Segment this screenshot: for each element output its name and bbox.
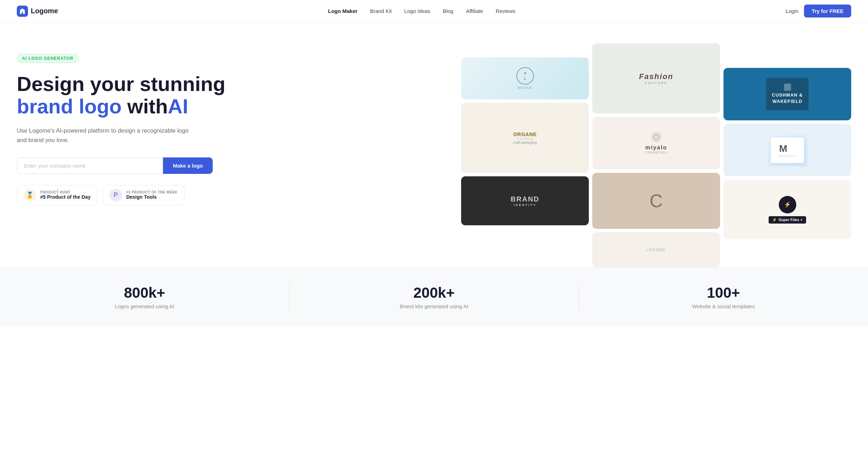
gallery-item-dark: BRAND IDENTITY bbox=[461, 176, 589, 225]
hero-form: Make a logo bbox=[17, 157, 213, 174]
gallery-item-organe: ORGANE FACELS craft packaging bbox=[461, 103, 589, 173]
logo-text: Logome bbox=[31, 7, 58, 15]
stat-logos: 800k+ Logos generated using AI bbox=[0, 284, 289, 309]
badge2-top: #3 PRODUCT OF THE WEEK bbox=[126, 190, 178, 194]
nav-link-logo-ideas[interactable]: Logo Ideas bbox=[404, 8, 430, 14]
try-for-free-button[interactable]: Try for FREE bbox=[804, 5, 851, 17]
stat-templates-number: 100+ bbox=[579, 284, 868, 301]
product-week-icon: P bbox=[110, 189, 122, 202]
stat-brandkits: 200k+ Brand kits generated using AI bbox=[289, 284, 579, 309]
nav-link-blog[interactable]: Blog bbox=[443, 8, 453, 14]
nav-link-brand-kit[interactable]: Brand Kit bbox=[370, 8, 392, 14]
stat-templates: 100+ Website & social templates bbox=[579, 284, 868, 309]
hero-title-line1: Design your stunning bbox=[17, 72, 225, 95]
nav-link-reviews[interactable]: Reviews bbox=[496, 8, 516, 14]
gallery-item-superfiles2: ⚡ ⚡ Super Files + bbox=[724, 180, 851, 239]
badge1-main: #5 Product of the Day bbox=[40, 194, 91, 200]
hero-description: Use Logome's AI-powered platform to desi… bbox=[17, 126, 199, 145]
nav-links: Logo Maker Brand Kit Logo Ideas Blog Aff… bbox=[328, 8, 516, 14]
gallery-item-fashion: Fashion COUTURE bbox=[592, 43, 720, 113]
stats-section: 800k+ Logos generated using AI 200k+ Bra… bbox=[0, 267, 868, 326]
product-hunt-icon: 🏅 bbox=[23, 189, 36, 202]
product-hunt-text: PRODUCT HUNT #5 Product of the Day bbox=[40, 190, 91, 200]
hero-gallery: ✕L BRAND ORGANE FACELS craft packaging B… bbox=[451, 43, 851, 267]
hero-left: AI LOGO GENERATOR Design your stunning b… bbox=[17, 43, 451, 205]
hero-badges: 🏅 PRODUCT HUNT #5 Product of the Day P #… bbox=[17, 185, 451, 205]
stat-templates-desc: Website & social templates bbox=[579, 303, 868, 309]
stat-brandkits-number: 200k+ bbox=[289, 284, 578, 301]
gallery-item-miyalo: miyalo COSMETICS bbox=[592, 117, 720, 169]
ai-badge: AI LOGO GENERATOR bbox=[17, 54, 79, 63]
logome-icon-svg bbox=[19, 8, 26, 15]
company-name-input[interactable] bbox=[17, 157, 163, 174]
stat-brandkits-desc: Brand kits generated using AI bbox=[289, 303, 578, 309]
nav-actions: Login Try for FREE bbox=[785, 5, 851, 17]
gallery-item-cap: C bbox=[592, 173, 720, 229]
hero-section: AI LOGO GENERATOR Design your stunning b… bbox=[0, 22, 868, 267]
nav-link-affiliate[interactable]: Affiliate bbox=[466, 8, 483, 14]
make-logo-button[interactable]: Make a logo bbox=[163, 157, 213, 174]
logo-icon bbox=[17, 6, 28, 17]
gallery-col-2: Fashion COUTURE miyalo COSMETICS C bbox=[592, 43, 720, 267]
hero-title: Design your stunning brand logo withAI bbox=[17, 73, 451, 118]
stat-logos-desc: Logos generated using AI bbox=[0, 303, 289, 309]
gallery-item-bottom2: LOGOME bbox=[592, 232, 720, 267]
badge1-top: PRODUCT HUNT bbox=[40, 190, 91, 194]
badge2-main: Design Tools bbox=[126, 194, 178, 200]
design-tools-text: #3 PRODUCT OF THE WEEK Design Tools bbox=[126, 190, 178, 200]
hero-title-ai: AI bbox=[168, 95, 188, 118]
gallery-col-1: ✕L BRAND ORGANE FACELS craft packaging B… bbox=[461, 57, 589, 267]
navbar: Logome Logo Maker Brand Kit Logo Ideas B… bbox=[0, 0, 868, 22]
cup-logo: ✕L BRAND bbox=[516, 67, 534, 90]
nav-link-logo-maker[interactable]: Logo Maker bbox=[328, 8, 358, 14]
stat-logos-number: 800k+ bbox=[0, 284, 289, 301]
design-tools-badge: P #3 PRODUCT OF THE WEEK Design Tools bbox=[103, 185, 184, 205]
logo[interactable]: Logome bbox=[17, 6, 58, 17]
hero-title-blue: brand logo bbox=[17, 95, 122, 118]
gallery-item-cup: ✕L BRAND bbox=[461, 57, 589, 99]
login-link[interactable]: Login bbox=[785, 8, 798, 14]
gallery-item-cushman: CUSHMAN &WAKEFIELD bbox=[724, 68, 851, 120]
product-hunt-badge: 🏅 PRODUCT HUNT #5 Product of the Day bbox=[17, 185, 97, 205]
gallery-col-3: CUSHMAN &WAKEFIELD M MOCKUP ⚡ ⚡ bbox=[724, 68, 851, 267]
gallery-item-mockup-card: M MOCKUP bbox=[724, 124, 851, 176]
